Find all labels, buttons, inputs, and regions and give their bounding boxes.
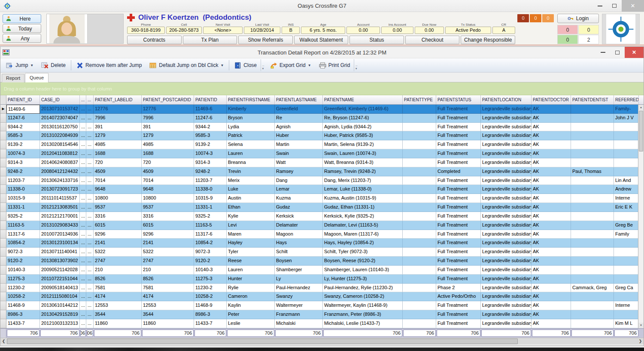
field-value[interactable]: <None> (203, 27, 242, 34)
column-header[interactable]: ... (80, 95, 86, 104)
group-by-bar[interactable]: Drag a column header here to group by th… (0, 82, 644, 95)
column-header[interactable]: PATIENTID (194, 95, 227, 104)
cell: AK (532, 248, 571, 257)
status-button[interactable]: Status (349, 36, 404, 44)
tx-plan-button[interactable]: Tx Plan (183, 36, 237, 44)
cell: 1688 (142, 149, 194, 158)
table-row[interactable]: 11163-520131029083433......6015601511163… (0, 221, 644, 230)
table-row[interactable]: 10074-320120411083812......1688168810074… (0, 149, 644, 158)
field-value[interactable]: 0.00 (415, 27, 444, 34)
table-row[interactable]: 10140-320090521142028......21021010140-3… (0, 266, 644, 275)
field-value[interactable]: 6 yrs. 5 mos. (301, 27, 345, 34)
table-row[interactable]: 11275-320110722151044......8526852611275… (0, 275, 644, 284)
field-value[interactable]: 10/28/2014 (244, 27, 281, 34)
column-header[interactable]: PATIENTDOCTOR (532, 95, 571, 104)
column-header[interactable]: PATIENTTYPE (403, 95, 436, 104)
report-minimize-button[interactable] (595, 47, 610, 58)
maximize-button[interactable] (607, 0, 622, 12)
table-row[interactable]: 9314-320140624080837......7207209314-3Br… (0, 158, 644, 167)
vertical-scroll-thumb[interactable] (639, 111, 643, 151)
table-row[interactable]: 9344-220130116120750......3913919344-2Ly… (0, 123, 644, 132)
column-header[interactable]: PATIENTLASTNAME (275, 95, 323, 104)
report-close-button[interactable]: ✕ (625, 47, 644, 58)
patient-photo[interactable] (46, 14, 124, 44)
counter-grid: 0002 (557, 25, 599, 44)
quick-today-button[interactable]: Today (3, 24, 41, 33)
field-value[interactable]: A (492, 27, 515, 34)
table-row[interactable]: 10854-220130123100134......2141214110854… (0, 239, 644, 248)
table-row[interactable]: 11468-920130610144212......1255312553114… (0, 301, 644, 310)
delete-button[interactable]: Delete (37, 60, 70, 71)
scroll-right-arrow[interactable]: ❯ (637, 338, 644, 345)
cell: ... (80, 248, 86, 257)
table-row[interactable]: 9120-220130813073902......274727479120-2… (0, 257, 644, 266)
cell: 11247-6 (194, 114, 227, 123)
table-row[interactable]: 10315-920111014115537......1080010800103… (0, 194, 644, 203)
default-jump-button[interactable]: Default Jump on Dbl Click ▼ (146, 60, 228, 71)
table-row[interactable]: 9139-220130208154546......498549859139-2… (0, 140, 644, 149)
column-header[interactable]: ... (86, 95, 94, 104)
minimize-button[interactable] (592, 0, 607, 12)
field-value[interactable]: 360-918-8199 (127, 27, 165, 34)
table-row[interactable]: 11230-220090518140413......7581758111230… (0, 284, 644, 293)
column-header[interactable]: CASE_ID (40, 95, 80, 104)
footer-cell: 706 (227, 329, 275, 338)
field-value[interactable]: 206-280-5873 (166, 27, 202, 34)
table-row[interactable]: 9325-220121212170001......331633169325-2… (0, 212, 644, 221)
footer-count: 706 (403, 330, 436, 337)
table-row[interactable]: 11331-120121213083501......9537953711331… (0, 203, 644, 212)
close-grid-button[interactable]: Close (231, 60, 261, 71)
table-row[interactable]: 11247-620140723074047......7996799611247… (0, 114, 644, 123)
table-row[interactable]: 9585-320131022084939......127912799585-3… (0, 131, 644, 140)
remove-item-after-jump-button[interactable]: Remove Item after Jump (73, 60, 146, 71)
change-responsible-button[interactable]: Change Responsible (461, 36, 515, 44)
table-row[interactable]: 11203-720130624133716......7014701411203… (0, 176, 644, 185)
login-button[interactable]: Login (557, 14, 599, 23)
table-row[interactable]: 11433-720121003132313......1186011860114… (0, 319, 644, 328)
contracts-button[interactable]: Contracts (127, 36, 182, 44)
print-grid-button[interactable]: Print Grid (315, 60, 354, 71)
scroll-left-arrow[interactable]: ❮ (0, 338, 7, 345)
column-header[interactable]: PATIENTNAME (323, 95, 403, 104)
field-value[interactable]: 0.00 (346, 27, 380, 34)
jump-button[interactable]: Jump ▼ (2, 60, 37, 71)
column-header[interactable]: PATIENT_POSTCARDID (142, 95, 194, 104)
field-value[interactable]: Active Pedo (445, 27, 491, 34)
quick-any-button[interactable]: Any (3, 34, 41, 43)
field-value[interactable]: B (282, 27, 300, 34)
quick-here-button[interactable]: Here (3, 14, 41, 23)
toolbar-overflow-handle[interactable]: ‥▾ (261, 59, 265, 71)
column-header[interactable]: PATIENTSTATUS (436, 95, 481, 104)
cell: Legrandeville subsidiary (481, 167, 532, 176)
scroll-down-arrow[interactable]: ▼ (638, 323, 644, 328)
column-header[interactable]: PATIENTFIRSTNAME (227, 95, 275, 104)
table-row[interactable]: 8986-320130429152819......354435448986-3… (0, 310, 644, 319)
report-maximize-button[interactable] (610, 47, 625, 58)
tab-report[interactable]: Report (2, 74, 24, 82)
table-row[interactable]: 9072-320130711140041......532253229072-3… (0, 248, 644, 257)
show-referrals-button[interactable]: Show Referrals (238, 36, 293, 44)
toolbar-overflow-handle[interactable]: ‥▾ (354, 59, 358, 71)
checkout-button[interactable]: Checkout (405, 36, 460, 44)
row-indicator (0, 221, 6, 230)
table-row[interactable]: 11317-620100720134936......9296929611317… (0, 230, 644, 239)
vertical-scrollbar[interactable]: ▲ ▼ (638, 105, 644, 328)
column-header[interactable]: PATIENTLOCATION (481, 95, 532, 104)
table-row[interactable]: ▶11469-620130710153742......127761277611… (0, 105, 644, 114)
column-header[interactable]: PATIENT_LABELID (94, 95, 142, 104)
column-header[interactable]: REFERRED (614, 95, 639, 104)
table-row[interactable]: 10258-220121115080104......4174417410258… (0, 292, 644, 301)
close-button[interactable]: ✕ (622, 0, 644, 12)
horizontal-scrollbar[interactable]: ❮ ❯ (0, 338, 644, 345)
field-value[interactable]: 0.00 (381, 27, 413, 34)
scroll-up-arrow[interactable]: ▲ (638, 105, 644, 110)
export-grid-button[interactable]: Export Grid ▼ (266, 60, 315, 71)
column-header[interactable]: PATIENT_ID (6, 95, 40, 104)
tab-queue[interactable]: Queue (25, 73, 49, 82)
walkout-statement-button[interactable]: Walkout Statement (294, 36, 349, 44)
column-header[interactable]: PATIENTDENTIST (571, 95, 614, 104)
table-row[interactable]: 9248-220080412124432......450945099248-2… (0, 167, 644, 176)
cell: 20110722151044 (40, 275, 80, 284)
horizontal-scroll-thumb[interactable] (7, 339, 518, 344)
table-row[interactable]: 11338-020130723091723......9648964811338… (0, 185, 644, 194)
